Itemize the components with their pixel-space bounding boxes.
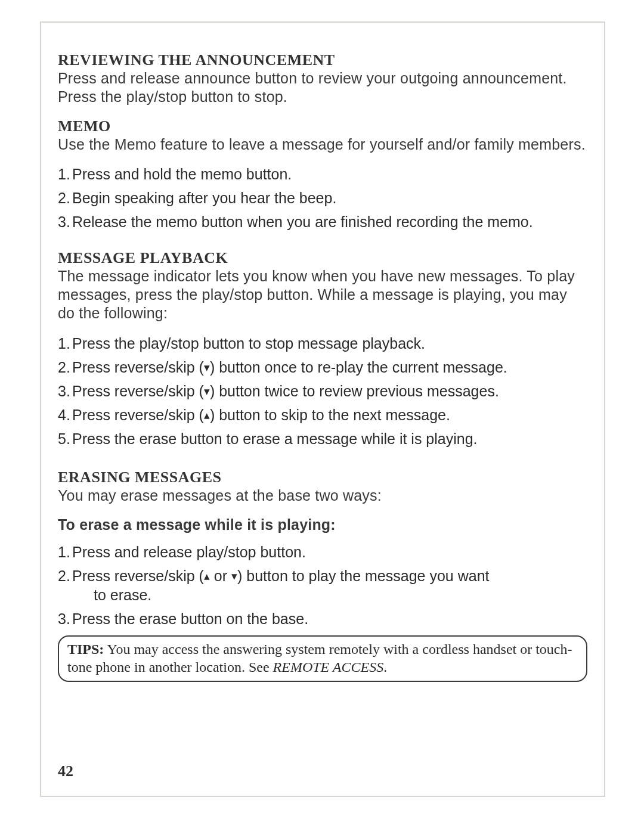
li-text-before: Press reverse/skip ( [72, 383, 204, 399]
li-text: Press the play/stop button to stop messa… [72, 335, 425, 352]
li-text-middle: or [210, 567, 231, 584]
playback-list: 1.Press the play/stop button to stop mes… [58, 334, 587, 448]
list-item: 4.Press reverse/skip (▴) button to skip … [58, 405, 587, 424]
tips-label: TIPS: [67, 641, 104, 657]
up-triangle-icon: ▴ [204, 570, 210, 582]
li-text-line2: to erase. [76, 585, 587, 604]
list-item: 2.Press reverse/skip (▾) button once to … [58, 358, 587, 377]
erasing-list: 1.Press and release play/stop button. 2.… [58, 542, 587, 628]
list-item: 1.Press the play/stop button to stop mes… [58, 334, 587, 353]
body-review: Press and release announce button to rev… [58, 69, 587, 107]
body-memo: Use the Memo feature to leave a message … [58, 135, 587, 154]
down-triangle-icon: ▾ [204, 385, 210, 398]
body-erasing: You may erase messages at the base two w… [58, 486, 587, 505]
tips-ref: REMOTE ACCESS [273, 659, 384, 675]
down-triangle-icon: ▾ [231, 570, 237, 582]
li-text-after: ) button to play the message you want [237, 567, 489, 584]
li-text-before: Press reverse/skip ( [72, 407, 204, 423]
list-item: 5.Press the erase button to erase a mess… [58, 429, 587, 448]
li-text: Press and release play/stop button. [72, 544, 306, 560]
li-text-before: Press reverse/skip ( [72, 567, 204, 584]
li-text: Press the erase button to erase a messag… [72, 430, 478, 447]
tips-box: TIPS: You may access the answering syste… [58, 635, 587, 682]
down-triangle-icon: ▾ [204, 361, 210, 374]
li-text-before: Press reverse/skip ( [72, 359, 204, 376]
body-playback: The message indicator lets you know when… [58, 267, 587, 323]
up-triangle-icon: ▴ [204, 409, 210, 421]
tips-body-after: . [383, 659, 387, 675]
heading-memo: MEMO [58, 117, 587, 135]
li-text: Release the memo button when you are fin… [72, 213, 533, 230]
heading-review: REVIEWING THE ANNOUNCEMENT [58, 51, 587, 69]
list-item: 1.Press and release play/stop button. [58, 542, 587, 561]
li-text: Press and hold the memo button. [72, 166, 292, 182]
li-text-after: ) button once to re-play the current mes… [210, 359, 507, 376]
manual-page: REVIEWING THE ANNOUNCEMENT Press and rel… [41, 23, 604, 796]
list-item: 2.Begin speaking after you hear the beep… [58, 188, 587, 207]
li-text: Press the erase button on the base. [72, 610, 308, 627]
list-item: 3.Release the memo button when you are f… [58, 212, 587, 231]
sub-heading-erasing: To erase a message while it is playing: [58, 516, 587, 534]
list-item: 2.Press reverse/skip (▴ or ▾) button to … [58, 566, 587, 604]
list-item: 3.Press the erase button on the base. [58, 609, 587, 628]
memo-list: 1.Press and hold the memo button. 2.Begi… [58, 165, 587, 231]
page-number: 42 [58, 762, 73, 780]
heading-erasing: ERASING MESSAGES [58, 469, 587, 486]
li-text-after: ) button to skip to the next message. [210, 407, 450, 423]
li-text-after: ) button twice to review previous messag… [210, 383, 499, 399]
list-item: 3.Press reverse/skip (▾) button twice to… [58, 381, 587, 401]
li-text: Begin speaking after you hear the beep. [72, 190, 336, 206]
list-item: 1.Press and hold the memo button. [58, 165, 587, 184]
heading-playback: MESSAGE PLAYBACK [58, 249, 587, 267]
